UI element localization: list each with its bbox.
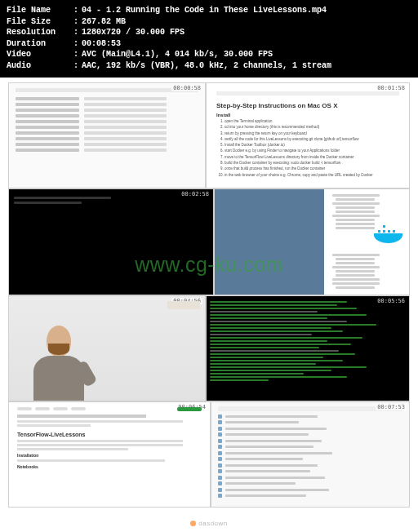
thumb-github-repo[interactable]: 00:00:58	[8, 82, 206, 188]
grid-row: 00:06:54 TensorFlow-LiveLessons Installa…	[8, 401, 410, 508]
bottom-watermark: dasdown	[0, 520, 418, 527]
file-icon	[218, 463, 222, 468]
grid-row: 00:00:58 00:01:58 Step-by-Step	[8, 82, 410, 188]
file-icon	[218, 494, 222, 498]
readme-heading: TensorFlow-LiveLessons	[17, 432, 202, 437]
meta-resolution: Resolution : 1280x720 / 30.000 FPS	[7, 27, 411, 38]
file-icon	[218, 445, 222, 449]
meta-value: 267.82 MB	[82, 16, 126, 28]
meta-value: 04 - 1.2 Running the Code in These LiveL…	[82, 5, 327, 16]
meta-key: Resolution	[7, 27, 70, 38]
lecturer-figure	[27, 319, 91, 401]
timestamp: 00:05:56	[376, 298, 407, 304]
docker-whale-icon	[374, 225, 402, 243]
meta-key: Video	[7, 49, 70, 60]
file-icon	[218, 439, 222, 443]
folder-icon	[218, 420, 222, 424]
meta-filesize: File Size : 267.82 MB	[7, 16, 411, 28]
file-icon	[218, 488, 222, 492]
file-icon	[218, 476, 222, 480]
folder-icon	[218, 415, 222, 419]
grid-row: 00:02:58 00:03:53	[8, 188, 410, 295]
clone-button-icon	[177, 407, 202, 411]
meta-key: Duration	[7, 38, 70, 50]
timestamp: 00:01:58	[376, 85, 407, 91]
meta-audio: Audio : AAC, 192 kb/s (VBR), 48.0 kHz, 2…	[7, 60, 411, 72]
dot-icon	[190, 521, 196, 526]
thumb-jupyter-tree[interactable]: 00:07:53	[211, 401, 410, 508]
timestamp: 00:00:58	[171, 85, 202, 91]
meta-value: AVC (Main@L4.1), 4 014 kb/s, 30.000 FPS	[82, 49, 273, 60]
meta-value: 00:08:53	[82, 38, 121, 50]
colon: :	[73, 38, 78, 50]
meta-key: File Size	[7, 16, 70, 28]
meta-duration: Duration : 00:08:53	[7, 38, 411, 50]
folder-icon	[218, 432, 222, 437]
colon: :	[73, 27, 78, 38]
meta-value: 1280x720 / 30.000 FPS	[82, 27, 185, 38]
colon: :	[73, 5, 78, 16]
meta-video: Video : AVC (Main@L4.1), 4 014 kb/s, 30.…	[7, 49, 411, 60]
timestamp: 00:07:53	[376, 404, 407, 410]
instructions-title: Step-by-Step Instructions on Mac OS X	[216, 102, 399, 109]
meta-value: AAC, 192 kb/s (VBR), 48.0 kHz, 2 channel…	[82, 60, 331, 72]
thumbnail-grid: 00:00:58 00:01:58 Step-by-Step	[8, 82, 410, 508]
file-icon	[218, 451, 222, 455]
meta-key: Audio	[7, 60, 70, 72]
readme-sub: Notebooks	[17, 464, 202, 469]
instructions-subtitle: Install	[216, 113, 399, 117]
file-icon	[218, 481, 222, 485]
thumb-terminal-black[interactable]: 00:02:58	[8, 188, 214, 295]
instructions-list: open the Terminal application cd into yo…	[225, 119, 399, 178]
readme-sub: Installation	[17, 453, 202, 458]
folder-icon	[218, 427, 222, 431]
grid-row: 00:04:56 00:05:56	[8, 295, 410, 401]
file-icon	[218, 469, 222, 473]
timestamp: 00:02:58	[180, 191, 211, 197]
thumbnail-grid-wrap: 00:00:58 00:01:58 Step-by-Step	[0, 78, 418, 532]
colon: :	[73, 49, 78, 60]
thumb-readme[interactable]: 00:06:54 TensorFlow-LiveLessons Installa…	[8, 401, 211, 508]
meta-filename: File Name : 04 - 1.2 Running the Code in…	[7, 5, 411, 16]
thumb-install-instructions[interactable]: 00:01:58 Step-by-Step Instructions on Ma…	[206, 82, 410, 188]
colon: :	[73, 16, 78, 28]
file-icon	[218, 457, 222, 461]
media-info-sheet: File Name : 04 - 1.2 Running the Code in…	[0, 0, 418, 532]
logo-panel	[167, 301, 200, 309]
metadata-block: File Name : 04 - 1.2 Running the Code in…	[0, 0, 418, 78]
meta-key: File Name	[7, 5, 70, 16]
colon: :	[73, 60, 78, 72]
thumb-terminal-output[interactable]: 00:05:56	[206, 295, 410, 401]
thumb-docker-ui[interactable]: 00:03:53	[214, 188, 410, 295]
bottom-watermark-text: dasdown	[198, 520, 228, 527]
thumb-lecturer[interactable]: 00:04:56	[8, 295, 206, 401]
